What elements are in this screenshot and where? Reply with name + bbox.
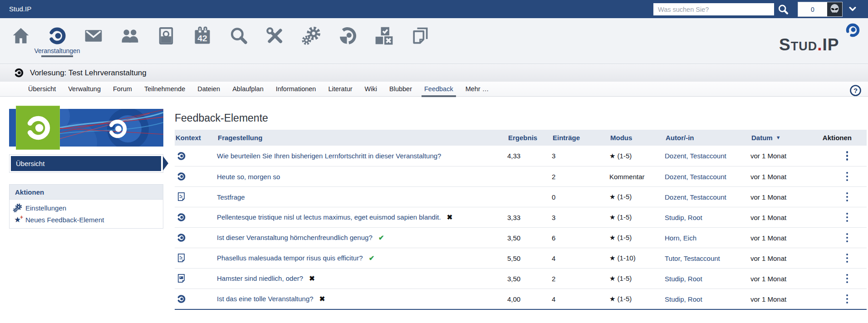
- main-navigation-toolbar: Veranstaltungen: [0, 18, 868, 64]
- new-feedback-element-link[interactable]: ★+ Neues Feedback-Element: [10, 214, 163, 225]
- top-header-bar: Stud.IP 0: [0, 0, 868, 18]
- nav-item-pages[interactable]: [402, 18, 438, 64]
- datum-value: vor 1 Monat: [750, 193, 818, 201]
- notification-count-badge[interactable]: 0: [798, 2, 827, 16]
- tab-forum[interactable]: Forum: [113, 82, 132, 97]
- tab-informationen[interactable]: Informationen: [276, 82, 316, 97]
- eintraege-value: 3: [552, 214, 609, 221]
- help-icon[interactable]: ?: [849, 84, 862, 97]
- nav-item-admin[interactable]: [293, 18, 329, 64]
- row-actions-menu-icon[interactable]: [845, 171, 850, 183]
- autor-link[interactable]: Studip, Root: [665, 275, 750, 283]
- home-icon: [11, 26, 31, 46]
- row-actions-menu-icon[interactable]: [845, 273, 850, 285]
- nav-item-community[interactable]: [112, 18, 148, 64]
- chevron-down-icon[interactable]: [848, 5, 858, 14]
- seminar-icon: [175, 151, 217, 161]
- column-header-aktionen: Aktionen: [818, 134, 867, 142]
- tab-ablaufplan[interactable]: Ablaufplan: [232, 82, 264, 97]
- feedback-question-link[interactable]: Ist das eine tolle Veranstaltung?: [217, 295, 314, 303]
- feedback-question-link[interactable]: Pellentesque tristique nisl ut lectus ma…: [217, 213, 441, 221]
- sidebar-item-uebersicht[interactable]: Übersicht: [11, 156, 161, 171]
- column-header-autor[interactable]: Autor/-in: [665, 134, 750, 142]
- eintraege-value: 6: [552, 234, 609, 242]
- row-actions-menu-icon[interactable]: [845, 211, 850, 224]
- tab-dateien[interactable]: Dateien: [197, 82, 220, 97]
- ergebnis-value: 3,33: [507, 214, 552, 221]
- nav-item-questionnaire[interactable]: [366, 18, 402, 64]
- nav-item-veranstaltungen[interactable]: Veranstaltungen: [39, 18, 75, 64]
- column-header-datum[interactable]: Datum▼: [750, 134, 818, 142]
- feedback-question-link[interactable]: Hamster sind niedlich, oder?: [217, 274, 303, 282]
- avatar[interactable]: [827, 2, 842, 16]
- feedback-question-link[interactable]: Wie beurteilen Sie Ihren bisherigen Lern…: [217, 152, 441, 160]
- table-row: Heute so, morgen so 2 Kommentar Dozent, …: [175, 166, 867, 186]
- course-header-bar: Vorlesung: Test Lehrveranstaltung: [0, 64, 868, 82]
- eintraege-value: 0: [552, 193, 609, 201]
- column-header-ergebnis[interactable]: Ergebnis: [507, 134, 552, 142]
- feedback-question-link[interactable]: Heute so, morgen so: [217, 173, 280, 181]
- nav-item-home[interactable]: [3, 18, 39, 64]
- nav-item-evaluation[interactable]: [329, 18, 366, 64]
- table-row: Ist das eine tolle Veranstaltung? ✖ 4,00…: [175, 289, 867, 309]
- tab-wiki[interactable]: Wiki: [365, 82, 377, 97]
- autor-link[interactable]: Studip, Root: [665, 214, 750, 221]
- datum-value: vor 1 Monat: [750, 275, 818, 283]
- eintraege-value: 4: [552, 254, 609, 262]
- feedback-question-link[interactable]: Ist dieser Veranstaltung hörnchenfreundl…: [217, 234, 373, 241]
- user-menu[interactable]: 0: [798, 2, 843, 17]
- column-header-eintraege[interactable]: Einträge: [552, 134, 609, 142]
- ergebnis-value: 3,50: [507, 234, 552, 242]
- row-actions-menu-icon[interactable]: [845, 191, 850, 203]
- sidebar-item-label: Übersicht: [16, 160, 44, 167]
- pages-icon: [410, 26, 430, 46]
- row-actions-menu-icon[interactable]: [845, 293, 850, 305]
- column-header-fragestellung[interactable]: Fragestellung: [217, 134, 507, 142]
- autor-link[interactable]: Horn, Eich: [665, 234, 750, 242]
- actions-header: Aktionen: [10, 185, 163, 200]
- community-icon: [120, 26, 140, 46]
- autor-link[interactable]: Tutor, Testaccount: [665, 254, 750, 262]
- eintraege-value: 2: [552, 275, 609, 283]
- profile-icon: [156, 26, 176, 46]
- seminar-icon: [175, 233, 217, 243]
- feedback-question-link[interactable]: Phasellus malesuada tempor risus quis ef…: [217, 254, 363, 262]
- autor-link[interactable]: Dozent, Testaccount: [665, 173, 750, 181]
- tab-literatur[interactable]: Literatur: [328, 82, 352, 97]
- feedback-question-link[interactable]: Testfrage: [217, 193, 245, 201]
- search-nav-icon: [229, 26, 249, 46]
- file-icon: [175, 192, 217, 202]
- row-actions-menu-icon[interactable]: [845, 150, 850, 162]
- datum-value: vor 1 Monat: [750, 254, 818, 262]
- nav-item-schedule[interactable]: [184, 18, 221, 64]
- autor-link[interactable]: Studip, Root: [665, 295, 750, 303]
- tab-blubber[interactable]: Blubber: [389, 82, 412, 97]
- datum-value: vor 1 Monat: [750, 234, 818, 242]
- nav-item-tools[interactable]: [257, 18, 293, 64]
- tab-mehr[interactable]: Mehr …: [466, 82, 489, 97]
- evaluation-icon: [338, 26, 358, 46]
- row-actions-menu-icon[interactable]: [845, 252, 850, 264]
- sidebar-actions-widget: Aktionen Einstellungen ★+ Neues Feedback…: [9, 184, 163, 229]
- ergebnis-value: 4,33: [507, 152, 552, 160]
- modus-value: ★ (1-5): [609, 152, 665, 160]
- search-icon[interactable]: [777, 4, 789, 15]
- nav-item-profile[interactable]: [148, 18, 184, 64]
- nav-item-search[interactable]: [221, 18, 257, 64]
- tab-uebersicht[interactable]: Übersicht: [28, 82, 56, 97]
- column-header-modus[interactable]: Modus: [609, 134, 665, 142]
- eintraege-value: 3: [552, 152, 609, 160]
- tab-feedback[interactable]: Feedback: [424, 82, 453, 97]
- modus-value: ★ (1-5): [609, 193, 665, 201]
- cross-icon: ✖: [309, 274, 315, 282]
- autor-link[interactable]: Dozent, Testaccount: [665, 193, 750, 201]
- search-input[interactable]: [653, 3, 774, 15]
- nav-item-messages[interactable]: [75, 18, 112, 64]
- row-actions-menu-icon[interactable]: [845, 232, 850, 244]
- page-title: Feedback-Elemente: [175, 112, 867, 124]
- autor-link[interactable]: Dozent, Testaccount: [665, 152, 750, 160]
- datum-value: vor 1 Monat: [750, 152, 818, 160]
- settings-link[interactable]: Einstellungen: [10, 202, 163, 214]
- tab-verwaltung[interactable]: Verwaltung: [68, 82, 101, 97]
- tab-teilnehmende[interactable]: Teilnehmende: [144, 82, 185, 97]
